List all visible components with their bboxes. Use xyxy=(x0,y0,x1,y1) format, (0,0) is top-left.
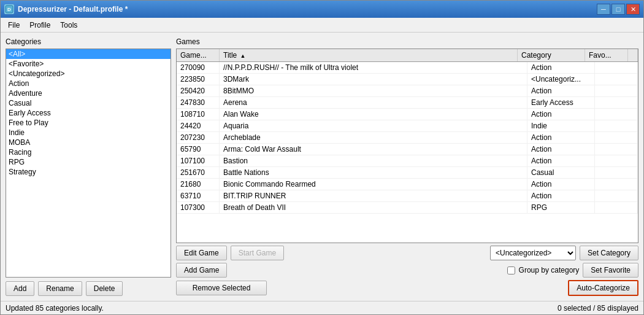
category-item[interactable]: Free to Play xyxy=(6,118,171,128)
table-cell: Action xyxy=(527,155,595,166)
group-by-category-label[interactable]: Group by category xyxy=(519,266,580,274)
left-panel: Categories <All><Favorite><Uncategorized… xyxy=(6,37,171,296)
maximize-button[interactable]: □ xyxy=(611,4,625,15)
left-buttons: Add Rename Delete xyxy=(6,281,171,296)
menu-file[interactable]: File xyxy=(3,20,25,31)
col-favorite[interactable]: Favo... xyxy=(585,49,628,61)
table-cell: BIT.TRIP RUNNER xyxy=(220,190,527,201)
edit-game-button[interactable]: Edit Game xyxy=(176,246,227,260)
category-item[interactable]: Casual xyxy=(6,98,171,108)
table-cell: Indie xyxy=(527,120,595,131)
categories-list[interactable]: <All><Favorite><Uncategorized>ActionAdve… xyxy=(6,49,171,278)
table-cell xyxy=(595,167,638,178)
table-cell: 24420 xyxy=(177,120,220,131)
close-button[interactable]: ✕ xyxy=(626,4,640,15)
category-item[interactable]: RPG xyxy=(6,157,171,167)
table-cell: Action xyxy=(527,144,595,155)
games-label: Games xyxy=(176,37,638,46)
table-cell xyxy=(595,120,638,131)
titlebar-left: D Depressurizer - Default.profile * xyxy=(4,4,128,14)
table-cell: <Uncategoriz... xyxy=(527,74,595,85)
table-cell: 107300 xyxy=(177,202,220,213)
table-row[interactable]: 270090//N.P.P.D.RUSH// - The milk of Ult… xyxy=(177,62,638,74)
minimize-button[interactable]: ─ xyxy=(597,4,610,15)
table-cell: 223850 xyxy=(177,74,220,85)
table-cell: Action xyxy=(527,109,595,120)
category-item[interactable]: <All> xyxy=(6,49,171,59)
table-cell: Action xyxy=(527,179,595,190)
games-table-body[interactable]: 270090//N.P.P.D.RUSH// - The milk of Ult… xyxy=(177,62,638,243)
table-cell: Casual xyxy=(527,167,595,178)
menubar: File Profile Tools xyxy=(1,18,643,33)
menu-tools[interactable]: Tools xyxy=(55,20,82,31)
table-cell xyxy=(595,109,638,120)
category-item[interactable]: MOBA xyxy=(6,138,171,147)
category-item[interactable]: Early Access xyxy=(6,108,171,118)
category-item[interactable]: <Uncategorized> xyxy=(6,69,171,79)
table-cell: 8BitMMO xyxy=(220,85,527,96)
table-row[interactable]: 63710BIT.TRIP RUNNERAction xyxy=(177,190,638,202)
col-gameid[interactable]: Game... xyxy=(177,49,220,61)
table-row[interactable]: 108710Alan WakeAction xyxy=(177,109,638,120)
table-row[interactable]: 107300Breath of Death VIIRPG xyxy=(177,202,638,214)
add-button[interactable]: Add xyxy=(6,281,34,296)
set-favorite-button[interactable]: Set Favorite xyxy=(583,263,638,278)
table-cell: Bionic Commando Rearmed xyxy=(220,179,527,190)
window-title: Depressurizer - Default.profile * xyxy=(18,5,128,14)
bottom-row2: Add Game Group by category Set Favorite xyxy=(176,263,638,278)
right-panel: Games Game... Title ▲ Category Favo... 2… xyxy=(176,37,638,296)
table-row[interactable]: 2504208BitMMOAction xyxy=(177,85,638,97)
table-cell: Aerena xyxy=(220,97,527,108)
table-cell xyxy=(595,179,638,190)
col-scroll-spacer xyxy=(628,49,638,61)
table-cell xyxy=(595,155,638,166)
table-row[interactable]: 21680Bionic Commando RearmedAction xyxy=(177,179,638,190)
games-table-container: Game... Title ▲ Category Favo... 270090/… xyxy=(176,49,638,243)
menu-profile[interactable]: Profile xyxy=(25,20,55,31)
table-cell: RPG xyxy=(527,202,595,213)
bottom-controls: Edit Game Start Game <Uncategorized>Acti… xyxy=(176,246,638,296)
bottom-row3: Remove Selected Auto-Categorize xyxy=(176,280,638,296)
table-cell: Bastion xyxy=(220,155,527,166)
table-row[interactable]: 24420AquariaIndie xyxy=(177,120,638,132)
table-row[interactable]: 247830AerenaEarly Access xyxy=(177,97,638,109)
table-row[interactable]: 65790Arma: Cold War AssaultAction xyxy=(177,144,638,155)
table-cell xyxy=(595,74,638,85)
category-item[interactable]: Adventure xyxy=(6,88,171,98)
group-by-category-checkbox[interactable] xyxy=(507,266,515,274)
table-cell: Action xyxy=(527,132,595,143)
table-cell xyxy=(595,144,638,155)
category-dropdown[interactable]: <Uncategorized>ActionAdventureCasualEarl… xyxy=(490,246,576,260)
table-cell: //N.P.P.D.RUSH// - The milk of Ultra vio… xyxy=(220,62,527,73)
table-cell: 63710 xyxy=(177,190,220,201)
set-category-button[interactable]: Set Category xyxy=(580,246,638,260)
table-cell xyxy=(595,132,638,143)
category-item[interactable]: Strategy xyxy=(6,167,171,177)
table-cell xyxy=(595,62,638,73)
table-row[interactable]: 107100BastionAction xyxy=(177,155,638,167)
category-item[interactable]: Racing xyxy=(6,147,171,157)
table-cell: Arma: Cold War Assault xyxy=(220,144,527,155)
start-game-button[interactable]: Start Game xyxy=(231,246,284,260)
table-cell: 107100 xyxy=(177,155,220,166)
col-category[interactable]: Category xyxy=(518,49,585,61)
rename-button[interactable]: Rename xyxy=(38,281,82,296)
delete-button[interactable]: Delete xyxy=(86,281,123,296)
category-item[interactable]: Action xyxy=(6,79,171,88)
add-game-button[interactable]: Add Game xyxy=(176,263,227,278)
table-row[interactable]: 251670Battle NationsCasual xyxy=(177,167,638,179)
svg-text:D: D xyxy=(7,7,11,12)
statusbar-left: Updated 85 categories locally. xyxy=(6,304,104,313)
category-item[interactable]: Indie xyxy=(6,128,171,138)
table-cell: Alan Wake xyxy=(220,109,527,120)
table-row[interactable]: 207230ArchebladeAction xyxy=(177,132,638,144)
table-row[interactable]: 2238503DMark<Uncategoriz... xyxy=(177,74,638,85)
category-item[interactable]: <Favorite> xyxy=(6,59,171,69)
col-title[interactable]: Title ▲ xyxy=(220,49,518,61)
table-cell xyxy=(595,97,638,108)
remove-selected-button[interactable]: Remove Selected xyxy=(176,281,267,295)
table-cell: 21680 xyxy=(177,179,220,190)
table-cell: 207230 xyxy=(177,132,220,143)
auto-categorize-button[interactable]: Auto-Categorize xyxy=(568,280,638,296)
table-header: Game... Title ▲ Category Favo... xyxy=(177,49,638,62)
